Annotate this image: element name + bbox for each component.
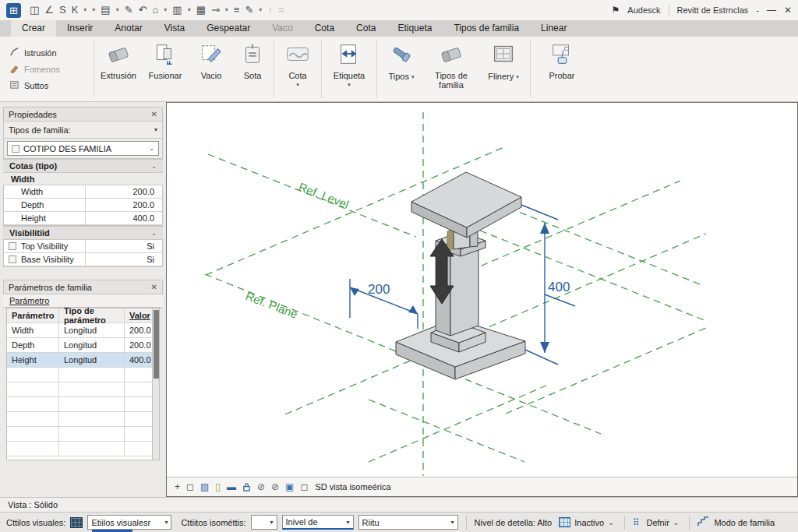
inactive-toggle[interactable]: Inactivo ⌄ <box>556 517 616 527</box>
tab-crear[interactable]: Crear <box>11 20 56 37</box>
close-icon[interactable]: ✕ <box>151 110 157 118</box>
visual-styles-select[interactable]: Etiilos visualesr ▾ <box>87 515 171 530</box>
window-view-icon[interactable]: ▬ <box>227 481 236 492</box>
param-row-height[interactable]: HeightLongitud400.0 <box>7 353 159 368</box>
close-icon[interactable]: ✕ <box>151 283 157 291</box>
ritto-select[interactable]: Riitu ▾ <box>358 515 458 530</box>
ribbon-button-probar[interactable]: Probar <box>532 37 591 101</box>
upload-icon[interactable]: ↑ <box>267 3 273 17</box>
close-button[interactable]: ✕ <box>784 5 792 16</box>
tab-tipos-de-familia[interactable]: Tipos de familia <box>443 20 530 37</box>
caret-icon[interactable]: ▾ <box>116 3 119 17</box>
equals-icon[interactable]: = <box>278 3 284 17</box>
ribbon-button-vacio[interactable]: Vacio <box>189 37 233 101</box>
visual-style-icon[interactable] <box>70 517 83 528</box>
pencil-icon[interactable]: ✎ <box>125 3 133 17</box>
box-mode-icon[interactable]: ▣ <box>285 481 294 492</box>
crop-view-icon[interactable]: ◻ <box>186 481 194 492</box>
property-value[interactable]: Si <box>85 253 162 266</box>
property-row-top-visibility[interactable]: Top VisibilitySi <box>4 240 162 253</box>
ref-plane-label[interactable]: Ref. Plane <box>244 289 299 321</box>
section-box-icon[interactable]: ▯ <box>215 481 221 492</box>
tab-vista[interactable]: Vista <box>154 20 196 37</box>
caret-icon[interactable]: ▾ <box>164 3 167 17</box>
home-icon[interactable]: ⌂ <box>152 3 158 17</box>
section-visibility[interactable]: Visibilitiid ⌄ <box>3 226 163 240</box>
levels-icon[interactable]: ∠ <box>44 3 54 17</box>
print-icon[interactable]: ▥ <box>172 3 182 17</box>
options-divider <box>624 516 625 530</box>
pin-icon[interactable]: ⊘ <box>257 481 265 492</box>
property-value[interactable]: Si <box>85 240 162 252</box>
tab-cota[interactable]: Cota <box>304 20 345 37</box>
add-view-icon[interactable]: + <box>175 481 180 492</box>
tab-linear[interactable]: Linear <box>530 20 577 37</box>
property-value[interactable]: 400.0 <box>85 212 162 224</box>
app-menu-icon[interactable]: ⊞ <box>6 3 21 18</box>
ribbon-button-istrusión[interactable]: Istrusión <box>9 46 84 60</box>
ref-level-label[interactable]: Ref. Level <box>297 180 351 211</box>
ribbon-button-fusionar[interactable]: Fusionar <box>141 37 189 101</box>
tab-anotar[interactable]: Anotar <box>104 20 153 37</box>
property-row-width[interactable]: Width200.0 <box>4 185 162 199</box>
ribbon-button-flinery[interactable]: Flinery▾ <box>478 37 528 101</box>
tab-gespeatar[interactable]: Gespeatar <box>196 20 261 37</box>
property-row-base-visibility[interactable]: Base VisibilitySi <box>4 253 162 266</box>
tool-k-icon[interactable]: K <box>72 3 79 17</box>
scrollbar-thumb[interactable] <box>154 310 159 379</box>
property-value[interactable]: 200.0 <box>85 185 162 198</box>
level-select[interactable]: Inivel de ▾ <box>282 515 354 530</box>
param-row-width[interactable]: WidthLongitud200.0 <box>7 323 159 338</box>
ribbon-button-cota[interactable]: Cota▾ <box>276 37 320 101</box>
section-cotas[interactable]: Cotas (tipo) ⌄ <box>3 159 163 173</box>
define-button[interactable]: Defnir ⌄ <box>644 518 682 527</box>
ribbon-button-suttos[interactable]: Suttos <box>9 79 84 93</box>
list-icon[interactable]: ≡ <box>234 3 240 17</box>
ribbon-button-tipos-de-familia[interactable]: Tipos de familia <box>424 37 478 101</box>
pin-icon[interactable]: ⊘ <box>271 481 279 492</box>
tab-vaco[interactable]: Vaco <box>261 20 303 37</box>
drawing-area[interactable]: Ref. Level Ref. Plane <box>166 102 798 497</box>
lock-view-icon[interactable] <box>242 482 251 492</box>
bookmark-icon[interactable]: ⚑ <box>612 5 620 16</box>
key-icon[interactable]: ✎ <box>245 3 253 17</box>
property-row-height[interactable]: Height400.0 <box>4 212 162 225</box>
undo-icon[interactable]: ↶ <box>139 3 147 17</box>
tool-s-icon[interactable]: S <box>59 3 66 17</box>
save-icon[interactable]: ▤ <box>101 3 110 17</box>
checkbox-icon[interactable] <box>9 242 16 250</box>
ribbon-button-fomenos[interactable]: Fomenos <box>9 62 84 76</box>
ribbon-button-tipos[interactable]: Tipos▾ <box>379 37 424 101</box>
iso-small-select[interactable]: ▾ <box>251 515 277 530</box>
family-type-selector[interactable]: Tipos de familia: ▾ <box>3 122 163 139</box>
measure-icon[interactable]: ⊸ <box>211 3 220 17</box>
dimension-200-value[interactable]: 200 <box>368 282 390 297</box>
new-file-icon[interactable]: ◫ <box>30 3 39 17</box>
isometric-view[interactable]: Ref. Level Ref. Plane <box>167 103 797 477</box>
options-divider <box>689 516 690 530</box>
tab-cota[interactable]: Cota <box>345 20 387 37</box>
caret-icon[interactable]: ▾ <box>188 3 191 17</box>
window-icon[interactable]: ▦ <box>196 3 206 17</box>
caret-icon[interactable]: ▾ <box>83 3 87 17</box>
dimension-400-value[interactable]: 400 <box>548 280 570 294</box>
family-type-combo[interactable]: COTIPO DES FAMILIA ⌄ <box>7 141 159 156</box>
pedestal-model[interactable] <box>396 172 525 379</box>
pages-icon[interactable]: ◻ <box>300 481 308 492</box>
ribbon-button-extrusión[interactable]: Extrusión <box>96 37 141 101</box>
tab-inserir[interactable]: Inserir <box>56 20 104 37</box>
param-row-depth[interactable]: DepthLongitud200.0 <box>7 338 159 353</box>
property-value[interactable]: 200.0 <box>85 199 162 211</box>
ribbon-button-etiqueta[interactable]: Etiqueta▾ <box>323 37 375 101</box>
caret-icon[interactable]: ▾ <box>225 3 228 17</box>
caret-icon[interactable]: ▾ <box>259 3 262 17</box>
shaded-view-icon[interactable]: ▨ <box>200 481 209 492</box>
drag-dots-icon[interactable]: ⠿ <box>633 517 640 528</box>
tab-etiqueta[interactable]: Etiqueta <box>387 20 443 37</box>
checkbox-icon[interactable] <box>9 255 16 263</box>
ribbon-button-sota[interactable]: Sota <box>233 37 272 101</box>
minimize-button[interactable]: — <box>767 5 776 16</box>
property-row-depth[interactable]: Depth200.0 <box>4 199 162 212</box>
caret-icon[interactable]: ▾ <box>92 3 95 17</box>
scrollbar[interactable] <box>152 308 159 460</box>
